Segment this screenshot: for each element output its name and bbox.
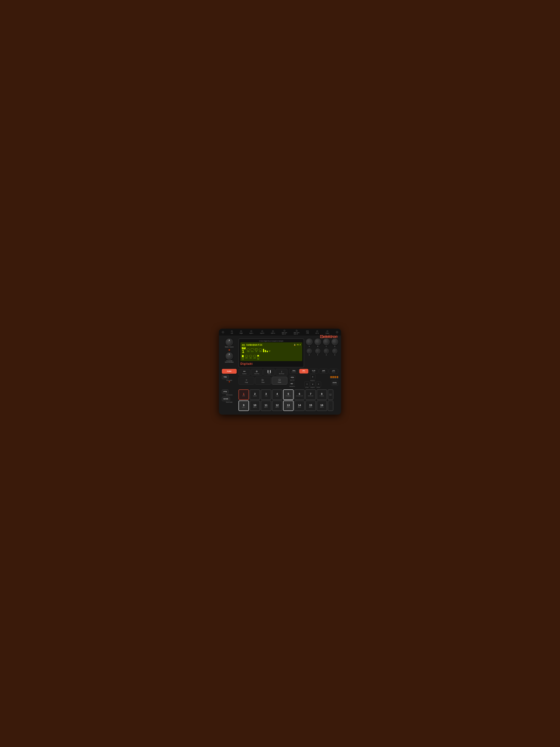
knob-d[interactable] xyxy=(331,338,338,345)
tap-tempo-button[interactable]: ♩ Tap Tempo xyxy=(276,369,287,376)
knob-e[interactable] xyxy=(307,349,312,354)
display-area: 8 Voice Digital Drum Computer & Sampler … xyxy=(239,338,304,367)
pad-12-label: MIDI D xyxy=(275,407,279,408)
pad-8-cymbal[interactable]: 8 CYMBAL xyxy=(317,389,327,400)
no-button[interactable]: NO xyxy=(289,382,294,386)
direct-button[interactable]: ▌▐ Direct xyxy=(263,369,275,376)
fltr-button[interactable]: FLTR Delay xyxy=(309,369,318,374)
strt-icon xyxy=(245,355,248,357)
knob-h[interactable] xyxy=(332,349,338,354)
trk-button[interactable]: TRK xyxy=(222,375,229,379)
center-buttons: ••• Imp/Exp ⚙ Save Proj ▌▐ Direct xyxy=(239,369,287,386)
pad-7-num: 7 xyxy=(310,393,312,395)
amp-sub: Reverb xyxy=(320,371,328,372)
copy-button[interactable]: ○ Copy xyxy=(239,377,254,385)
func-button-row: ••• Imp/Exp ⚙ Save Proj ▌▐ Direct xyxy=(239,369,287,376)
bank-button[interactable]: BANK xyxy=(222,397,230,401)
pad-9-num: 9 xyxy=(243,404,244,407)
trk-group: TRK Chromatic xyxy=(222,375,237,382)
display-model: Digitakt xyxy=(240,362,302,365)
lfo-label: LFO xyxy=(329,370,338,371)
knob-h-label: H xyxy=(334,354,335,356)
tempo-label-4: 4:4 xyxy=(337,378,338,379)
pad-10-label: MIDI B xyxy=(253,407,257,408)
pad-9-midi-a[interactable]: 9 MIDI A xyxy=(239,401,249,411)
pad-15-num: 15 xyxy=(309,404,312,407)
pad-15-midi-g[interactable]: 15 MIDI G xyxy=(305,401,316,411)
imp-exp-button[interactable]: ••• Imp/Exp xyxy=(239,369,250,376)
save-proj-icon: ⚙ xyxy=(256,370,258,373)
smp-label: SMP xyxy=(242,347,245,349)
clear-label: Clear xyxy=(262,382,265,383)
pad-7-open-hat[interactable]: 7 OPEN HAT xyxy=(305,389,316,400)
pad-13-num: 13 xyxy=(287,404,290,407)
knob-b[interactable] xyxy=(315,338,321,345)
lev2-label: LEV xyxy=(257,359,259,360)
trk-sub-label: Chromatic xyxy=(222,380,237,381)
nav-middle-row: < µTime- ∨ Rtrg/Oct- > µ xyxy=(304,382,321,388)
lfo-button[interactable]: LFO Master xyxy=(329,369,338,374)
row-3: PTN Metronome BANK Mute Mode xyxy=(222,389,338,412)
trig-button[interactable]: TRIG Quantize xyxy=(289,369,298,374)
yes-button[interactable]: YES xyxy=(289,375,295,380)
nav-up-button[interactable]: ∧ xyxy=(310,374,315,380)
loop-label: LOOP xyxy=(254,357,256,359)
pad-3-tom[interactable]: 3 TOM xyxy=(261,389,271,400)
clear-button[interactable]: ▷ Clear xyxy=(255,377,271,385)
pad-5-num: 5 xyxy=(288,393,289,395)
lcd-param-tune: TUNE xyxy=(247,349,250,352)
master-volume-label: Master Volume xyxy=(225,346,234,347)
port-dc-label: DC In xyxy=(316,333,319,334)
left-controls: Master Volume Level/DataSound Browser xyxy=(222,338,237,363)
lcd-lev-bar: LEV xyxy=(242,355,244,360)
pad-4-clap[interactable]: 4 CLAP xyxy=(272,389,283,400)
pad-5-cowbell[interactable]: 5 COWBELL xyxy=(283,389,294,400)
tempo-label-3: 3:4 xyxy=(335,378,336,379)
amp-button[interactable]: AMP Reverb xyxy=(319,369,328,374)
amp-label: AMP xyxy=(320,370,328,371)
paste-button[interactable]: □ Paste xyxy=(272,377,287,385)
yes-sub-label: Save Ptn xyxy=(289,380,295,381)
level-data-label: Level/DataSound Browser xyxy=(225,360,234,363)
quick-mute-bottom[interactable]: ··· xyxy=(328,401,334,411)
pad-10-midi-b[interactable]: 10 MIDI B xyxy=(250,401,260,411)
pad-14-midi-f[interactable]: 14 MIDI F xyxy=(294,401,304,411)
input-l-jack xyxy=(250,330,252,332)
pad-5-label: COWBELL xyxy=(286,395,291,396)
bar-2 xyxy=(265,350,266,352)
pad-16-midi-h[interactable]: 16 MIDI H xyxy=(317,401,327,411)
knob-c[interactable] xyxy=(323,338,330,345)
nav-down-button[interactable]: ∨ xyxy=(310,382,315,387)
page-button[interactable]: PAGE Fill/Scale xyxy=(331,380,338,386)
quick-mute-top[interactable]: QuickMute xyxy=(328,389,334,400)
save-proj-button[interactable]: ⚙ Save Proj xyxy=(251,369,263,376)
pad-13-midi-e[interactable]: 13 MIDI E xyxy=(283,401,294,411)
pad-2-num: 2 xyxy=(254,393,256,395)
pad-6-closed-hat[interactable]: 6 CLOSED HAT xyxy=(294,389,304,400)
src-button[interactable]: SRC Assign xyxy=(299,369,309,374)
nav-left-button[interactable]: < xyxy=(304,382,310,387)
tempo-led-1-group: 1:4 xyxy=(330,376,332,379)
knob-a[interactable] xyxy=(306,338,313,345)
tempo-leds-row: 1:4 2:4 3:4 xyxy=(330,376,338,379)
pad-12-midi-d[interactable]: 12 MIDI D xyxy=(272,401,283,411)
level-data-group: Level/DataSound Browser xyxy=(222,352,237,363)
pad-2-snare[interactable]: 2 SNARE xyxy=(250,389,260,400)
port-midi-out-label: MIDI OutSync A xyxy=(282,332,287,335)
nav-left-sub: µTime- xyxy=(304,387,310,388)
pad-11-midi-c[interactable]: 11 MIDI C xyxy=(261,401,271,411)
level-data-knob[interactable] xyxy=(225,352,233,360)
ptn-button[interactable]: PTN xyxy=(222,389,229,394)
tempo-leds-group: 1:4 2:4 3:4 xyxy=(330,376,338,380)
master-volume-knob[interactable] xyxy=(225,338,233,346)
lcd-param-play: →→ PLAY xyxy=(251,349,254,352)
device-main-body: Master Volume Level/DataSound Browser 8 … xyxy=(219,336,341,415)
pad-16-label: MIDI H xyxy=(320,407,323,408)
pad-1-kick[interactable]: 1 KICK xyxy=(239,389,249,400)
func-button[interactable]: FUNC xyxy=(222,369,237,374)
pad-16-num: 16 xyxy=(320,404,323,407)
nav-right-button[interactable]: > xyxy=(316,382,321,387)
knob-g[interactable] xyxy=(324,349,329,354)
master-volume-group: Master Volume xyxy=(222,338,237,347)
knob-f[interactable] xyxy=(315,349,320,354)
